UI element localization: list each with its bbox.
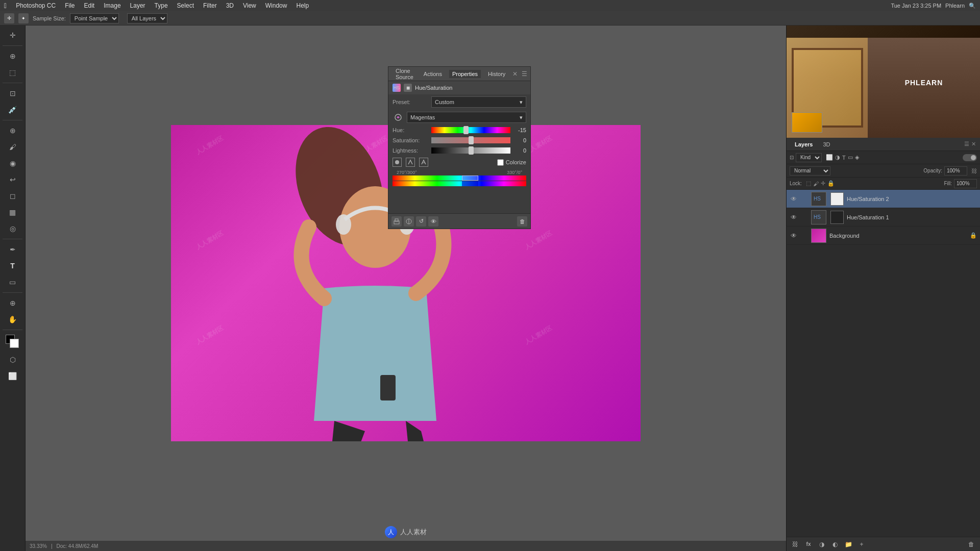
quick-mask-btn[interactable]: ⬡ <box>5 352 20 367</box>
colorize-checkbox[interactable] <box>497 159 504 166</box>
select-tool[interactable]: ⬚ <box>5 65 20 80</box>
smart-filter-btn[interactable]: ◈ <box>855 154 859 161</box>
layer-filter-toggle[interactable] <box>963 154 977 161</box>
lock-all-btn[interactable]: 🔒 <box>827 180 835 187</box>
trash-adj-btn[interactable]: 🗑 <box>517 216 527 227</box>
menu-3d[interactable]: 3D <box>222 1 238 10</box>
opacity-input[interactable] <box>944 166 967 176</box>
channel-icon[interactable] <box>393 112 404 123</box>
crop-tool[interactable]: ⊡ <box>5 86 20 101</box>
adj-filter-btn[interactable]: ◑ <box>835 154 840 161</box>
menu-view[interactable]: View <box>239 1 260 10</box>
menu-image[interactable]: Image <box>100 1 125 10</box>
svg-text:HS: HS <box>814 196 821 202</box>
fill-input[interactable] <box>954 179 977 188</box>
add-layer-btn[interactable]: + <box>856 539 867 549</box>
menu-help[interactable]: Help <box>292 1 313 10</box>
layer-vis-bg[interactable]: 👁 <box>790 232 798 240</box>
pixel-filter-btn[interactable]: ⬜ <box>826 154 833 161</box>
channel-dropdown[interactable]: Magentas ▾ <box>407 112 526 123</box>
layer-item-huesat1[interactable]: 👁 HS Hue/Saturation 1 <box>787 208 980 227</box>
clip-to-layer-btn[interactable] <box>391 216 402 227</box>
lasso-tool[interactable]: ⊕ <box>5 48 20 64</box>
blur-tool[interactable]: ◎ <box>5 221 20 236</box>
lightness-slider[interactable] <box>431 147 510 154</box>
lock-move-btn[interactable]: ✛ <box>821 180 825 187</box>
mask-btn[interactable] <box>404 216 414 227</box>
eyedrop-tool[interactable]: 💉 <box>5 102 20 117</box>
menu-filter[interactable]: Filter <box>199 1 221 10</box>
layers-select[interactable]: All Layers <box>127 13 167 23</box>
shape-tool[interactable]: ▭ <box>5 274 20 290</box>
menu-photoshop[interactable]: Photoshop CC <box>12 1 60 10</box>
lock-px-btn[interactable]: ⬚ <box>806 180 811 187</box>
add-group-btn[interactable]: 📁 <box>843 539 854 549</box>
kind-select[interactable]: Kind <box>796 153 822 162</box>
layer-vis-huesat2[interactable]: 👁 <box>790 195 798 203</box>
tab-actions[interactable]: Actions <box>421 70 445 78</box>
sample-tool[interactable] <box>406 158 415 167</box>
link-layers-btn[interactable]: ⛓ <box>790 539 801 549</box>
layers-panel-menu[interactable]: ☰ <box>964 141 969 147</box>
menu-type[interactable]: Type <box>151 1 172 10</box>
layer-link-huesat2[interactable] <box>801 195 808 203</box>
pen-tool[interactable]: ✒ <box>5 242 20 257</box>
lock-brush-btn[interactable]: 🖌 <box>813 181 819 187</box>
gradient-tool[interactable]: ▦ <box>5 205 20 220</box>
zoom-tool[interactable]: ⊕ <box>5 295 20 311</box>
light-thumb[interactable] <box>469 146 474 155</box>
subtract-tool[interactable] <box>419 158 428 167</box>
panel-menu-btn[interactable]: ☰ <box>522 70 527 78</box>
on-image-tool[interactable] <box>393 158 402 167</box>
menu-edit[interactable]: Edit <box>80 1 99 10</box>
menu-window[interactable]: Window <box>261 1 291 10</box>
color-swatch[interactable] <box>792 112 822 133</box>
layer-link-bg[interactable] <box>801 232 808 239</box>
add-adjustment-btn[interactable]: ◐ <box>829 539 841 549</box>
heal-tool[interactable]: ⊕ <box>5 123 20 138</box>
text-tool[interactable]: T <box>5 258 20 273</box>
history-brush-tool[interactable]: ↩ <box>5 172 20 187</box>
tab-layers[interactable]: Layers <box>791 140 817 148</box>
layer-item-huesat2[interactable]: 👁 HS Hue/Saturation 2 <box>787 190 980 208</box>
move-tool[interactable] <box>5 28 20 43</box>
visibility-adj-btn[interactable]: 👁 <box>428 216 438 227</box>
hand-tool[interactable]: ✋ <box>5 312 20 327</box>
layers-panel-close[interactable]: ✕ <box>971 141 976 147</box>
stamp-tool[interactable]: ◉ <box>5 156 20 171</box>
layer-item-background[interactable]: 👁 Background 🔒 <box>787 227 980 245</box>
hue-slider[interactable] <box>431 127 510 133</box>
sample-size-select[interactable]: Point Sample <box>70 13 119 23</box>
tab-clone-source[interactable]: Clone Source <box>393 67 416 81</box>
fg-color[interactable] <box>4 333 22 351</box>
reset-btn[interactable]: ↺ <box>416 216 426 227</box>
apple-menu[interactable]:  <box>4 2 7 10</box>
layers-tabs: Layers 3D ☰ ✕ <box>787 138 980 151</box>
tab-3d[interactable]: 3D <box>819 140 834 148</box>
fx-btn[interactable]: fx <box>803 539 814 549</box>
menu-select[interactable]: Select <box>173 1 198 10</box>
blend-mode-select[interactable]: Normal <box>790 166 830 176</box>
search-icon[interactable]: 🔍 <box>969 3 976 9</box>
screen-mode-btn[interactable]: ⬜ <box>5 368 20 384</box>
hue-thumb[interactable] <box>463 126 469 134</box>
tab-properties[interactable]: Properties <box>449 70 481 78</box>
tab-history[interactable]: History <box>485 70 508 78</box>
shape-filter-btn[interactable]: ▭ <box>848 154 853 161</box>
layer-link-huesat1[interactable] <box>801 214 808 221</box>
menu-file[interactable]: File <box>61 1 79 10</box>
add-mask-btn[interactable]: ◑ <box>816 539 827 549</box>
panel-close-btn[interactable]: ✕ <box>512 70 518 78</box>
chain-icon[interactable]: ⛓ <box>971 168 977 174</box>
saturation-slider[interactable] <box>431 137 510 143</box>
main-color-bar[interactable] <box>393 176 526 181</box>
datetime-display: Tue Jan 23 3:25 PM <box>891 3 941 9</box>
menu-layer[interactable]: Layer <box>126 1 150 10</box>
layer-vis-huesat1[interactable]: 👁 <box>790 213 798 221</box>
brush-tool[interactable]: 🖌 <box>5 139 20 155</box>
preset-dropdown[interactable]: Custom ▾ <box>431 96 526 108</box>
sat-thumb[interactable] <box>469 136 474 144</box>
eraser-tool[interactable]: ◻ <box>5 188 20 204</box>
delete-layer-btn[interactable]: 🗑 <box>966 539 977 549</box>
type-filter-btn[interactable]: T <box>842 155 846 161</box>
